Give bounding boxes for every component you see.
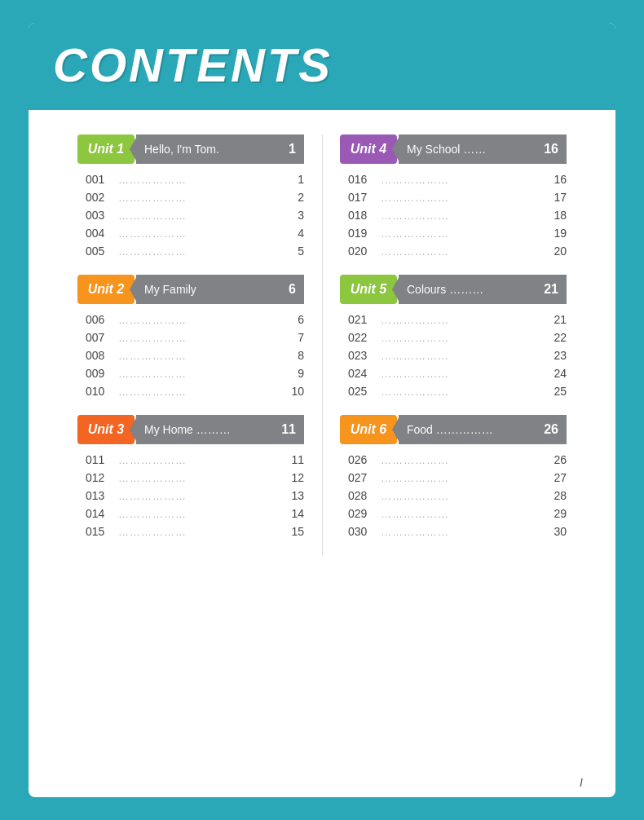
unit-title-text-unit2: My Family <box>144 283 196 296</box>
unit-label-unit4: Unit 4 <box>340 134 397 164</box>
toc-row: 028………………28 <box>348 487 567 505</box>
toc-page: 26 <box>554 453 567 466</box>
toc-page: 23 <box>554 349 567 362</box>
toc-dots: ……………… <box>381 490 449 502</box>
unit-section-unit3: Unit 3My Home ………11011………………11012………………1… <box>77 415 304 540</box>
toc-page: 18 <box>554 209 567 222</box>
toc-code: 021 <box>348 313 374 326</box>
toc-dots: ……………… <box>381 174 449 186</box>
toc-dots: ……………… <box>118 245 187 258</box>
toc-code: 004 <box>86 227 112 240</box>
unit-label-unit3: Unit 3 <box>77 415 135 444</box>
toc-dots: ……………… <box>118 368 187 380</box>
toc-dots: ……………… <box>381 472 449 484</box>
toc-code: 029 <box>348 507 374 520</box>
toc-dots: ……………… <box>118 490 187 502</box>
toc-code: 010 <box>86 385 112 398</box>
toc-page: 29 <box>554 507 567 520</box>
toc-items-unit5: 021………………21022………………22023………………23024…………… <box>340 311 567 400</box>
toc-code: 030 <box>348 525 374 538</box>
toc-code: 016 <box>348 173 374 186</box>
toc-page: 28 <box>554 489 567 502</box>
unit-header-unit4: Unit 4My School ……16 <box>340 134 567 164</box>
toc-page: 5 <box>298 245 304 258</box>
toc-code: 023 <box>348 349 374 362</box>
toc-code: 018 <box>348 209 374 222</box>
toc-dots: ……………… <box>381 192 449 204</box>
toc-page: 25 <box>554 385 567 398</box>
toc-dots: ……………… <box>381 526 449 538</box>
toc-page: 1 <box>298 173 304 186</box>
toc-dots: ……………… <box>118 386 187 398</box>
toc-page: 30 <box>554 525 567 538</box>
toc-row: 023………………23 <box>348 346 567 364</box>
toc-items-unit4: 016………………16017………………17018………………18019…………… <box>340 170 567 260</box>
toc-page: 16 <box>554 173 567 186</box>
unit-title-text-unit6: Food …………… <box>407 423 493 436</box>
unit-section-unit6: Unit 6Food ……………26026………………26027………………27… <box>340 415 567 540</box>
toc-dots: ……………… <box>118 209 187 222</box>
toc-dots: ……………… <box>381 454 449 466</box>
toc-row: 004………………4 <box>86 224 304 242</box>
toc-page: 15 <box>291 525 304 538</box>
toc-dots: ……………… <box>118 454 187 466</box>
toc-row: 026………………26 <box>348 451 567 469</box>
toc-dots: ……………… <box>118 227 187 240</box>
toc-row: 018………………18 <box>348 206 567 224</box>
toc-dots: ……………… <box>381 386 449 398</box>
unit-header-unit6: Unit 6Food ……………26 <box>340 415 567 444</box>
toc-page: 11 <box>291 453 304 466</box>
toc-code: 007 <box>86 331 112 344</box>
toc-row: 016………………16 <box>348 170 567 188</box>
toc-dots: ……………… <box>118 192 187 204</box>
toc-page: 6 <box>298 313 304 326</box>
toc-page: 19 <box>554 227 567 240</box>
toc-dots: ……………… <box>118 508 187 520</box>
column-divider <box>322 134 323 555</box>
unit-section-unit5: Unit 5Colours ………21021………………21022………………2… <box>340 275 567 400</box>
unit-start-page-unit1: 1 <box>289 142 296 157</box>
toc-code: 026 <box>348 453 374 466</box>
toc-row: 010………………10 <box>86 382 304 400</box>
toc-page: 4 <box>298 227 304 240</box>
toc-code: 024 <box>348 367 374 380</box>
toc-grid: Unit 1Hello, I'm Tom.1001………………1002……………… <box>61 134 583 555</box>
toc-dots: ……………… <box>381 314 449 326</box>
toc-code: 005 <box>86 245 112 258</box>
toc-page: 7 <box>298 331 304 344</box>
toc-dots: ……………… <box>118 350 187 362</box>
unit-label-unit2: Unit 2 <box>77 275 135 304</box>
unit-start-page-unit2: 6 <box>289 282 296 297</box>
unit-header-unit1: Unit 1Hello, I'm Tom.1 <box>77 134 304 164</box>
toc-page: 21 <box>554 313 567 326</box>
unit-label-unit6: Unit 6 <box>340 415 397 444</box>
toc-row: 005………………5 <box>86 242 304 260</box>
unit-section-unit4: Unit 4My School ……16016………………16017………………… <box>340 134 567 260</box>
unit-title-bar-unit6: Food ……………26 <box>399 415 567 444</box>
unit-header-unit5: Unit 5Colours ………21 <box>340 275 567 304</box>
toc-items-unit6: 026………………26027………………27028………………28029…………… <box>340 451 567 540</box>
contents-area: Unit 1Hello, I'm Tom.1001………………1002……………… <box>29 110 615 772</box>
toc-code: 011 <box>86 453 112 466</box>
toc-dots: ……………… <box>381 508 449 520</box>
page-header: CONTENTS <box>29 23 615 110</box>
unit-start-page-unit5: 21 <box>544 282 558 297</box>
toc-page: 3 <box>298 209 304 222</box>
toc-row: 002………………2 <box>86 188 304 206</box>
unit-title-bar-unit1: Hello, I'm Tom.1 <box>136 134 304 164</box>
unit-label-unit5: Unit 5 <box>340 275 397 304</box>
toc-code: 001 <box>86 173 112 186</box>
toc-code: 027 <box>348 471 374 484</box>
toc-dots: ……………… <box>381 350 449 362</box>
toc-code: 008 <box>86 349 112 362</box>
toc-page: 20 <box>554 245 567 258</box>
toc-dots: ……………… <box>118 174 187 186</box>
toc-dots: ……………… <box>118 314 187 326</box>
toc-code: 022 <box>348 331 374 344</box>
toc-row: 001………………1 <box>86 170 304 188</box>
page-number: I <box>580 776 583 789</box>
toc-items-unit2: 006………………6007………………7008………………8009………………9… <box>77 311 304 400</box>
toc-row: 015………………15 <box>86 522 304 540</box>
toc-row: 009………………9 <box>86 364 304 382</box>
toc-row: 014………………14 <box>86 505 304 522</box>
